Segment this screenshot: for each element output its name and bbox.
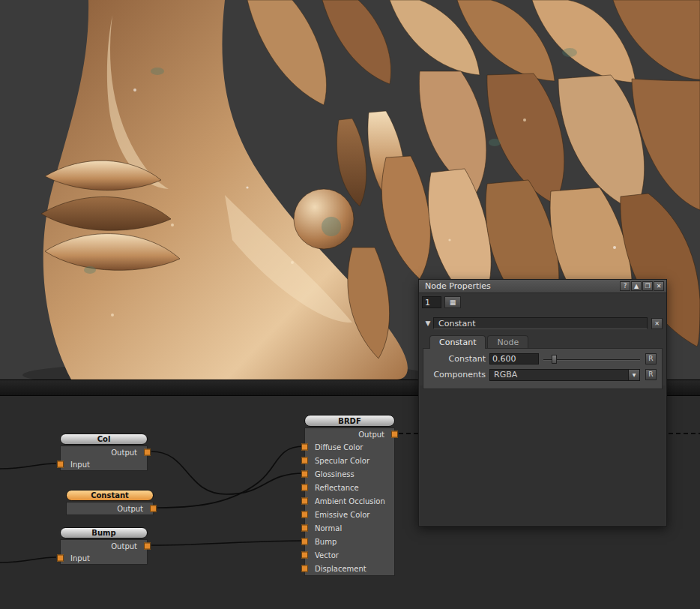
input-port[interactable] xyxy=(301,552,308,559)
node-port-row[interactable]: Displacement xyxy=(305,562,394,575)
property-tabs: Constant Node xyxy=(429,335,666,348)
panel-empty-area xyxy=(420,386,666,525)
node-port-row[interactable]: Vector xyxy=(305,548,394,562)
port-label: Glossiness xyxy=(315,470,354,478)
constant-value-input[interactable] xyxy=(489,353,539,364)
constant-row: Constant R xyxy=(423,351,659,367)
port-label: Displacement xyxy=(315,565,366,573)
node-port-row[interactable]: Normal xyxy=(305,521,394,535)
chevron-down-icon: ▼ xyxy=(628,370,639,380)
node-col[interactable]: Col Output Input xyxy=(60,434,148,471)
node-properties-panel: Node Properties ? ▲ ❐ ✕ ▦ ▼ Constant ✕ C… xyxy=(418,279,667,526)
node-bump-body: Output Input xyxy=(60,539,148,565)
node-port-row[interactable]: Output xyxy=(61,446,147,458)
input-port[interactable] xyxy=(57,555,64,562)
port-label: Bump xyxy=(315,538,337,546)
node-brdf-title: BRDF xyxy=(338,417,360,425)
node-brdf-header[interactable]: BRDF xyxy=(304,415,395,427)
panel-titlebar[interactable]: Node Properties ? ▲ ❐ ✕ xyxy=(419,280,666,293)
node-index-input[interactable] xyxy=(422,296,441,308)
reset-constant-button[interactable]: R xyxy=(645,353,657,364)
panel-toolbar: ▦ xyxy=(419,293,666,311)
port-label: Output xyxy=(111,542,137,550)
node-port-row[interactable]: Output xyxy=(61,540,147,552)
node-bump-title: Bump xyxy=(91,529,115,537)
node-constant[interactable]: Constant Output xyxy=(66,490,154,515)
pin-icon[interactable]: ▲ xyxy=(631,281,642,291)
node-port-row[interactable]: Ambient Occlusion xyxy=(305,494,394,508)
application-window: Col Output Input Constant Output xyxy=(0,0,700,609)
input-port[interactable] xyxy=(301,525,308,532)
node-col-header[interactable]: Col xyxy=(60,434,148,445)
port-label: Specular Color xyxy=(315,457,369,465)
port-label: Output xyxy=(117,505,143,513)
components-value: RGBA xyxy=(490,370,628,380)
constant-section-header[interactable]: ▼ Constant ✕ xyxy=(423,316,663,331)
components-dropdown[interactable]: RGBA ▼ xyxy=(489,369,640,381)
port-label: Vector xyxy=(315,551,339,560)
node-constant-body: Output xyxy=(66,502,154,515)
node-bump[interactable]: Bump Output Input xyxy=(60,527,148,565)
node-col-title: Col xyxy=(97,435,111,443)
components-row: Components RGBA ▼ R xyxy=(423,367,659,382)
output-port[interactable] xyxy=(144,449,151,456)
node-port-row[interactable]: Input xyxy=(61,458,147,470)
slider-handle[interactable] xyxy=(552,355,557,364)
wire-constant-to-diffuse xyxy=(157,446,304,508)
output-port[interactable] xyxy=(150,506,157,512)
node-port-row[interactable]: Emissive Color xyxy=(305,508,394,521)
wire-bump-to-bump xyxy=(151,541,304,545)
node-port-row[interactable]: Output xyxy=(67,502,153,514)
node-constant-title: Constant xyxy=(91,491,129,500)
property-form: Constant R Components RGBA ▼ R xyxy=(423,348,663,389)
constant-slider[interactable] xyxy=(543,354,640,364)
node-port-row[interactable]: Input xyxy=(61,552,147,564)
detach-window-icon[interactable]: ❐ xyxy=(642,281,653,291)
node-port-row[interactable]: Glossiness xyxy=(305,467,394,481)
output-port[interactable] xyxy=(391,431,398,438)
form-edit-icon[interactable]: ▦ xyxy=(444,296,461,308)
input-port[interactable] xyxy=(301,484,308,491)
input-port[interactable] xyxy=(301,458,308,464)
panel-title: Node Properties xyxy=(425,281,619,291)
input-port[interactable] xyxy=(301,538,308,545)
input-port[interactable] xyxy=(57,461,64,468)
node-constant-header[interactable]: Constant xyxy=(66,490,154,501)
node-brdf[interactable]: BRDF Output Diffuse Color Specular Color xyxy=(304,415,395,576)
tab-constant[interactable]: Constant xyxy=(429,335,486,349)
input-port[interactable] xyxy=(301,444,308,451)
node-port-row[interactable]: Output xyxy=(305,428,394,440)
components-label: Components xyxy=(423,370,489,380)
port-label: Diffuse Color xyxy=(315,443,363,452)
input-port[interactable] xyxy=(301,471,308,478)
wire-left-to-bump-input xyxy=(0,557,56,562)
input-port[interactable] xyxy=(301,566,308,572)
input-port[interactable] xyxy=(301,498,308,505)
reset-components-button[interactable]: R xyxy=(645,369,657,380)
port-label: Output xyxy=(358,430,384,439)
input-port[interactable] xyxy=(301,512,308,518)
port-label: Input xyxy=(70,554,90,562)
node-port-row[interactable]: Bump xyxy=(305,535,394,548)
node-brdf-body: Output Diffuse Color Specular Color Glos… xyxy=(304,428,395,576)
help-icon[interactable]: ? xyxy=(620,281,630,291)
collapse-icon[interactable]: ▼ xyxy=(423,320,433,327)
close-icon[interactable]: ✕ xyxy=(654,281,664,291)
section-close-icon[interactable]: ✕ xyxy=(651,318,663,329)
wire-left-to-col-input xyxy=(0,464,56,469)
port-label: Input xyxy=(70,460,90,469)
node-port-row[interactable]: Specular Color xyxy=(305,454,394,467)
section-name: Constant xyxy=(433,317,648,329)
port-label: Reflectance xyxy=(315,484,359,492)
wire-col-to-glossiness xyxy=(151,452,304,494)
output-port[interactable] xyxy=(144,543,151,550)
tab-node[interactable]: Node xyxy=(487,335,528,348)
node-bump-header[interactable]: Bump xyxy=(60,527,148,538)
node-port-row[interactable]: Diffuse Color xyxy=(305,440,394,454)
port-label: Normal xyxy=(315,524,342,532)
node-col-body: Output Input xyxy=(60,446,148,471)
port-label: Emissive Color xyxy=(315,511,369,519)
node-port-row[interactable]: Reflectance xyxy=(305,481,394,494)
port-label: Output xyxy=(111,448,137,457)
port-label: Ambient Occlusion xyxy=(315,497,385,506)
